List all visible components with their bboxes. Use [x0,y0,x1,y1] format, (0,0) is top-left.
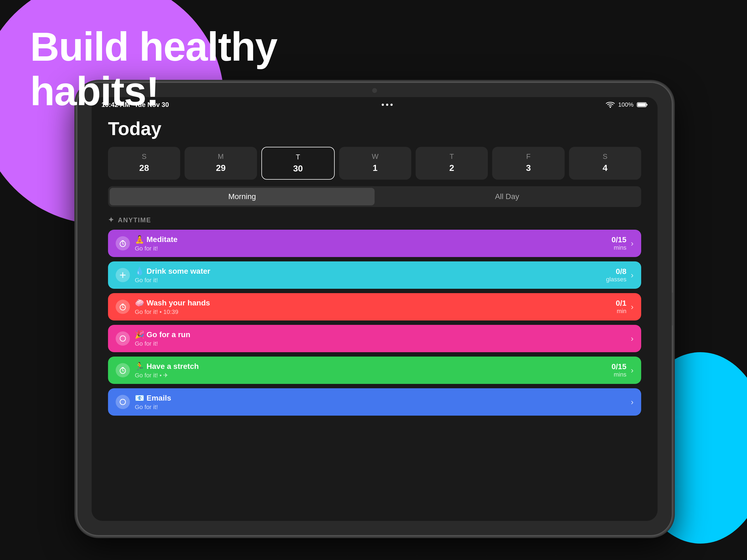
day-letter-1: M [218,152,224,161]
habit-unit-0: mins [614,244,626,251]
dot1 [382,104,384,106]
habit-name-3: 🎉 Go for a run [135,330,631,339]
timer-icon [119,366,127,374]
habit-name-0: 🧘 Meditate [135,235,612,244]
headline-line2: habits! [30,69,277,114]
day-number-3: 1 [373,163,378,173]
habit-chevron-0: › [631,239,634,248]
svg-point-0 [610,107,611,108]
habit-unit-2: min [617,308,626,315]
status-dots [382,104,393,106]
day-letter-6: S [602,152,607,161]
ipad-frame: 10:42 AM Tue Nov 30 100% [77,82,673,536]
wifi-icon [606,101,615,108]
day-number-4: 2 [449,163,454,173]
habit-name-5: 📧 Emails [135,393,631,403]
habit-chevron-4: › [631,365,634,375]
habit-progress-0: 0/15 mins [612,235,627,251]
habit-icon-3 [115,331,130,346]
habit-progress-1: 0/8 glasses [606,267,626,283]
habit-subtitle-1: Go for it! [135,277,606,284]
time-tab-1[interactable]: All Day [375,188,640,205]
habit-info-1: 💧 Drink some water Go for it! [135,266,606,284]
habit-count-4: 0/15 [612,362,627,371]
habit-chevron-5: › [631,397,634,407]
svg-rect-2 [638,103,646,106]
habit-name-4: 🏃 Have a stretch [135,362,612,371]
day-item-3[interactable]: W 1 [339,147,411,180]
habit-item-5[interactable]: 📧 Emails Go for it! › [108,388,641,416]
day-letter-0: S [141,152,146,161]
habit-chevron-3: › [631,334,634,343]
habit-item-3[interactable]: 🎉 Go for a run Go for it! › [108,325,641,352]
circle-icon [119,398,127,406]
circle-icon [119,335,127,342]
habit-icon-0 [115,236,130,251]
battery-text: 100% [618,101,634,108]
habit-name-2: 🧼 Wash your hands [135,298,616,307]
habit-info-2: 🧼 Wash your hands Go for it! • 10:39 [135,298,616,315]
day-letter-4: T [449,152,454,161]
section-label: ✦ ANYTIME [108,216,641,224]
today-title: Today [108,118,641,139]
dot3 [390,104,393,106]
app-content: Today S 28 M 29 T 30 W 1 T 2 F 3 S 4 Mor… [92,112,658,421]
day-item-1[interactable]: M 29 [185,147,257,180]
day-item-6[interactable]: S 4 [569,147,641,180]
habit-info-0: 🧘 Meditate Go for it! [135,235,612,252]
time-tab-0[interactable]: Morning [110,188,375,205]
habit-progress-2: 0/1 min [616,299,626,315]
day-item-5[interactable]: F 3 [492,147,564,180]
habit-count-2: 0/1 [616,299,626,308]
day-letter-3: W [372,152,379,161]
svg-rect-3 [646,104,647,105]
habit-subtitle-0: Go for it! [135,245,612,252]
svg-point-6 [120,336,126,341]
habit-item-0[interactable]: 🧘 Meditate Go for it! 0/15 mins › [108,230,641,257]
day-letter-2: T [296,153,300,161]
habit-icon-5 [115,395,130,409]
battery-icon [637,102,648,108]
habit-item-2[interactable]: 🧼 Wash your hands Go for it! • 10:39 0/1… [108,293,641,321]
headline: Build healthy habits! [30,25,277,114]
day-number-1: 29 [216,163,226,173]
habit-icon-2 [115,300,130,314]
habit-info-5: 📧 Emails Go for it! [135,393,631,411]
habit-info-4: 🏃 Have a stretch Go for it! • ✈ [135,362,612,379]
day-selector: S 28 M 29 T 30 W 1 T 2 F 3 S 4 [108,147,641,180]
habit-subtitle-5: Go for it! [135,404,631,411]
habit-item-4[interactable]: 🏃 Have a stretch Go for it! • ✈ 0/15 min… [108,357,641,384]
day-item-0[interactable]: S 28 [108,147,180,180]
plus-icon [119,271,127,279]
habit-list: 🧘 Meditate Go for it! 0/15 mins › 💧 Drin… [108,230,641,416]
svg-point-8 [120,399,126,405]
home-button[interactable] [672,292,673,325]
section-label-text: ANYTIME [118,216,151,224]
habit-unit-4: mins [614,371,626,378]
habit-count-1: 0/8 [616,267,626,276]
day-number-2: 30 [293,163,303,174]
habit-progress-4: 0/15 mins [612,362,627,378]
headline-line1: Build healthy [30,25,277,69]
habit-count-0: 0/15 [612,235,627,244]
status-right: 100% [606,101,648,108]
day-number-5: 3 [526,163,531,173]
habit-icon-4 [115,363,130,377]
habit-unit-1: glasses [606,276,626,283]
habit-item-1[interactable]: 💧 Drink some water Go for it! 0/8 glasse… [108,261,641,289]
time-tabs: MorningAll Day [108,186,641,207]
day-item-4[interactable]: T 2 [416,147,488,180]
habit-subtitle-4: Go for it! • ✈ [135,372,612,379]
day-number-6: 4 [602,163,608,173]
habit-info-3: 🎉 Go for a run Go for it! [135,330,631,347]
timer-icon [119,239,127,247]
habit-subtitle-3: Go for it! [135,340,631,347]
habit-subtitle-2: Go for it! • 10:39 [135,308,616,315]
day-number-0: 28 [139,163,149,173]
timer-icon [119,303,127,311]
day-letter-5: F [526,152,531,161]
habit-icon-1 [115,268,130,282]
ipad-screen: 10:42 AM Tue Nov 30 100% [92,97,658,521]
habit-chevron-2: › [631,302,634,311]
day-item-2[interactable]: T 30 [261,147,335,180]
